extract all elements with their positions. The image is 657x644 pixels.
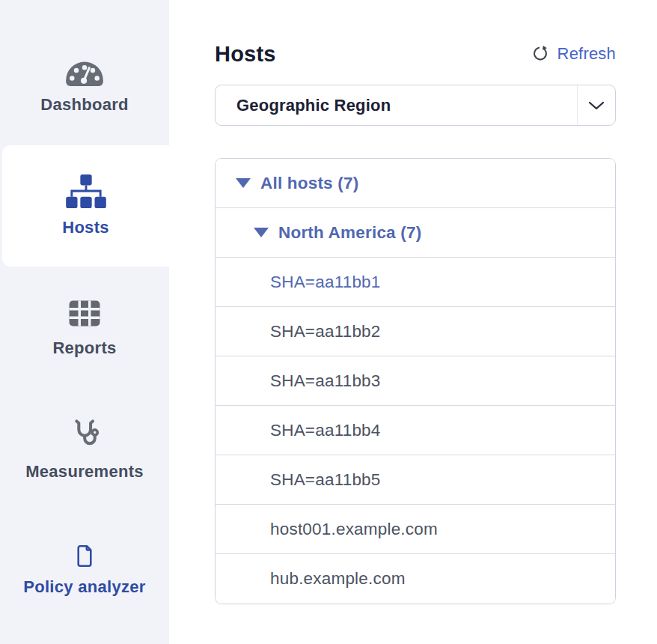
sidebar-item-label: Reports xyxy=(52,339,116,357)
tree-row-label: SHA=aa11bb2 xyxy=(270,322,381,341)
caret-down-icon[interactable] xyxy=(236,178,251,188)
sidebar-item-hosts[interactable]: Hosts xyxy=(2,145,169,267)
tree-row-host[interactable]: SHA=aa11bb1 xyxy=(216,258,615,307)
sidebar-item-policy-analyzer[interactable]: Policy analyzer xyxy=(0,509,169,631)
page-header: Hosts Refresh xyxy=(215,39,616,69)
refresh-label: Refresh xyxy=(557,44,616,64)
sitemap-icon xyxy=(66,174,106,209)
group-by-select[interactable]: Geographic Region xyxy=(215,85,616,126)
refresh-button[interactable]: Refresh xyxy=(531,44,616,64)
tree-row-host[interactable]: SHA=aa11bb4 xyxy=(216,406,615,455)
sidebar-item-label: Hosts xyxy=(62,219,109,237)
document-icon xyxy=(74,544,95,568)
sidebar-item-label: Dashboard xyxy=(40,96,129,114)
chevron-down-icon xyxy=(577,85,615,125)
refresh-icon xyxy=(531,44,551,64)
app-window: Dashboard Hosts xyxy=(0,0,657,644)
tree-row-all-hosts[interactable]: All hosts (7) xyxy=(216,159,615,208)
tree-row-label: SHA=aa11bb3 xyxy=(270,371,381,391)
tree-row-host[interactable]: SHA=aa11bb3 xyxy=(216,356,615,406)
gauge-icon xyxy=(64,55,105,86)
sidebar: Dashboard Hosts xyxy=(0,0,169,644)
tree-row-label: hub.example.com xyxy=(270,569,406,589)
tree-row-label: host001.example.com xyxy=(270,520,438,539)
tree-row-host[interactable]: host001.example.com xyxy=(216,505,615,554)
tree-row-host[interactable]: hub.example.com xyxy=(216,554,615,604)
host-tree: All hosts (7) North America (7) SHA=aa11… xyxy=(215,158,616,604)
sidebar-item-reports[interactable]: Reports xyxy=(0,267,169,388)
sidebar-item-label: Measurements xyxy=(25,463,144,481)
caret-down-icon[interactable] xyxy=(254,228,269,237)
page-title: Hosts xyxy=(215,42,276,67)
tree-row-north-america[interactable]: North America (7) xyxy=(216,208,615,258)
tree-row-label: SHA=aa11bb4 xyxy=(270,421,381,440)
sidebar-item-label: Policy analyzer xyxy=(23,578,145,596)
tree-row-host[interactable]: SHA=aa11bb5 xyxy=(216,455,615,505)
sidebar-item-dashboard[interactable]: Dashboard xyxy=(0,24,169,145)
sidebar-item-measurements[interactable]: Measurements xyxy=(0,388,169,509)
hosts-panel: Hosts Refresh Geographic Region xyxy=(169,0,657,644)
tree-row-label: SHA=aa11bb5 xyxy=(270,470,381,490)
tree-row-label: North America (7) xyxy=(278,223,421,243)
tree-row-host[interactable]: SHA=aa11bb2 xyxy=(216,307,615,356)
stethoscope-icon xyxy=(68,416,101,453)
tree-row-label: SHA=aa11bb1 xyxy=(270,273,381,292)
tree-row-label: All hosts (7) xyxy=(260,174,358,193)
group-by-selected-value: Geographic Region xyxy=(216,85,391,125)
table-icon xyxy=(66,297,103,329)
